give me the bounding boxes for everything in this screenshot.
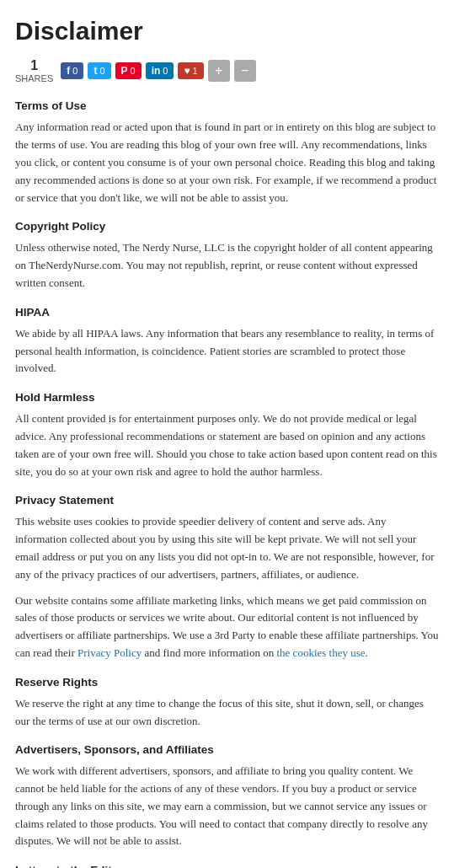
- pinterest-share-button[interactable]: P 0: [115, 62, 142, 79]
- pinterest-icon: P: [121, 66, 128, 76]
- minus-button[interactable]: −: [234, 60, 256, 82]
- section-title-copyright-policy: Copyright Policy: [15, 220, 439, 233]
- shares-count: 1 SHARES: [15, 57, 53, 84]
- section-copyright-policy: Copyright Policy Unless otherwise noted,…: [15, 220, 439, 292]
- plus-button[interactable]: +: [208, 60, 230, 82]
- section-title-hipaa: HIPAA: [15, 306, 439, 319]
- pinterest-count: 0: [131, 67, 136, 76]
- section-title-reserve-rights: Reserve Rights: [15, 676, 439, 689]
- facebook-count: 0: [72, 67, 77, 76]
- section-terms-of-use: Terms of Use Any information read or act…: [15, 99, 439, 206]
- section-title-advertisers-sponsors: Advertisers, Sponsors, and Affiliates: [15, 743, 439, 756]
- hold-harmless-paragraph: All content provided is for entertainmen…: [15, 410, 439, 480]
- reserve-rights-paragraph: We reserve the right at any time to chan…: [15, 695, 439, 731]
- twitter-count: 0: [99, 67, 104, 76]
- twitter-icon: t: [93, 66, 97, 76]
- section-title-terms-of-use: Terms of Use: [15, 99, 439, 112]
- privacy-paragraph-1: This website uses cookies to provide spe…: [15, 513, 439, 583]
- section-title-letters-to-editor: Letters to the Editor: [15, 864, 439, 868]
- section-advertisers-sponsors: Advertisers, Sponsors, and Affiliates We…: [15, 743, 439, 850]
- facebook-icon: f: [67, 66, 70, 76]
- shares-number: 1: [30, 57, 38, 73]
- shares-label: SHARES: [15, 73, 53, 84]
- terms-of-use-paragraph: Any information read or acted upon that …: [15, 119, 439, 206]
- linkedin-count: 0: [163, 67, 168, 76]
- heart-count: 1: [193, 67, 198, 76]
- section-hold-harmless: Hold Harmless All content provided is fo…: [15, 391, 439, 480]
- advertisers-sponsors-paragraph: We work with different advertisers, spon…: [15, 763, 439, 850]
- cookies-link[interactable]: the cookies they use: [276, 646, 365, 659]
- linkedin-share-button[interactable]: in 0: [146, 62, 174, 79]
- heart-icon: ♥: [184, 66, 190, 76]
- section-hipaa: HIPAA We abide by all HIPAA laws. Any in…: [15, 306, 439, 378]
- linkedin-icon: in: [152, 66, 161, 76]
- hipaa-paragraph: We abide by all HIPAA laws. Any informat…: [15, 325, 439, 378]
- copyright-policy-paragraph: Unless otherwise noted, The Nerdy Nurse,…: [15, 239, 439, 292]
- shares-bar: 1 SHARES f 0 t 0 P 0 in 0 ♥ 1 + −: [15, 57, 439, 84]
- section-title-privacy-statement: Privacy Statement: [15, 494, 439, 506]
- section-letters-to-editor: Letters to the Editor Communications and…: [15, 864, 439, 868]
- twitter-share-button[interactable]: t 0: [88, 62, 110, 79]
- facebook-share-button[interactable]: f 0: [61, 62, 83, 79]
- page-title: Disclaimer: [15, 17, 439, 46]
- privacy-paragraph-2: Our website contains some affiliate mark…: [15, 592, 439, 662]
- heart-share-button[interactable]: ♥ 1: [178, 62, 203, 79]
- privacy-policy-link[interactable]: Privacy Policy: [77, 646, 142, 659]
- section-reserve-rights: Reserve Rights We reserve the right at a…: [15, 676, 439, 731]
- section-title-hold-harmless: Hold Harmless: [15, 391, 439, 404]
- section-privacy-statement: Privacy Statement This website uses cook…: [15, 494, 439, 662]
